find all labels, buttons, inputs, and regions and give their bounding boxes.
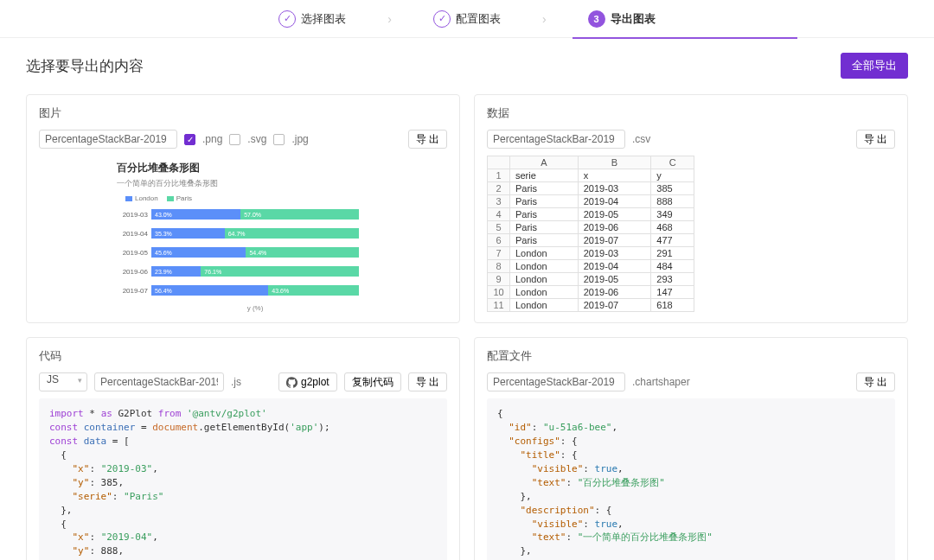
card-title: 配置文件 [487,348,895,364]
ext-label: .js [231,376,241,388]
github-button[interactable]: g2plot [278,372,337,391]
github-icon [286,377,297,388]
config-export-card: 配置文件 .chartshaper 导 出 { "id": "u-51a6-be… [474,337,908,560]
chevron-right-icon: › [370,12,409,26]
export-all-button[interactable]: 全部导出 [841,53,908,79]
copy-code-button[interactable]: 复制代码 [344,372,401,391]
legend-swatch [125,196,132,201]
filename-input[interactable] [94,372,224,391]
ext-label: .csv [632,133,650,145]
step-select-chart[interactable]: ✓ 选择图表 [254,10,370,28]
chart-legend: London Paris [117,194,447,202]
ext-label: .jpg [291,133,308,145]
step-label: 配置图表 [456,11,501,27]
ext-label: .png [202,133,222,145]
legend-label: London [135,194,158,202]
image-export-card: 图片 ✓.png .svg .jpg 导 出 百分比堆叠条形图 一个简单的百分比… [26,94,460,323]
code-preview: import * as G2Plot from '@antv/g2plot' c… [39,398,447,560]
github-label: g2plot [301,376,329,388]
chevron-right-icon: › [525,12,564,26]
axis-label: y (%) [151,302,359,312]
check-icon: ✓ [433,10,451,28]
export-button[interactable]: 导 出 [408,372,447,391]
active-step-underline [573,37,797,39]
filename-input[interactable] [487,372,625,391]
export-button[interactable]: 导 出 [856,372,895,391]
filename-input[interactable] [487,130,625,149]
checkbox-png[interactable]: ✓ [184,134,195,145]
check-icon: ✓ [278,10,296,28]
card-title: 代码 [39,348,447,364]
wizard-steps: ✓ 选择图表 › ✓ 配置图表 › 3 导出图表 [0,0,934,38]
filename-input[interactable] [39,130,177,149]
data-export-card: 数据 .csv 导 出 ABC1seriexy2Paris2019-033853… [474,94,908,323]
step-label: 导出图表 [611,11,656,27]
config-preview: { "id": "u-51a6-bee", "configs": { "titl… [487,398,895,560]
ext-label: .chartshaper [632,376,690,388]
legend-swatch [167,196,174,201]
chart-title: 百分比堆叠条形图 [117,161,447,175]
step-number-icon: 3 [588,10,605,28]
step-export-chart[interactable]: 3 导出图表 [564,10,680,28]
card-title: 数据 [487,105,895,121]
card-title: 图片 [39,105,447,121]
step-label: 选择图表 [301,11,346,27]
code-export-card: 代码 JS .js g2plot 复制代码 导 出 import * as G2… [26,337,460,560]
step-configure-chart[interactable]: ✓ 配置图表 [409,10,525,28]
export-button[interactable]: 导 出 [408,130,447,149]
legend-label: Paris [176,194,192,202]
export-button[interactable]: 导 出 [856,130,895,149]
chart-preview: 百分比堆叠条形图 一个简单的百分比堆叠条形图 London Paris 2019… [39,156,447,312]
checkbox-svg[interactable] [229,134,240,145]
ext-label: .svg [247,133,266,145]
checkbox-jpg[interactable] [273,134,285,145]
language-select[interactable]: JS [39,372,87,391]
page-title: 选择要导出的内容 [26,56,144,76]
chart-subtitle: 一个简单的百分比堆叠条形图 [117,178,447,189]
data-table: ABC1seriexy2Paris2019-033853Paris2019-04… [487,156,694,312]
